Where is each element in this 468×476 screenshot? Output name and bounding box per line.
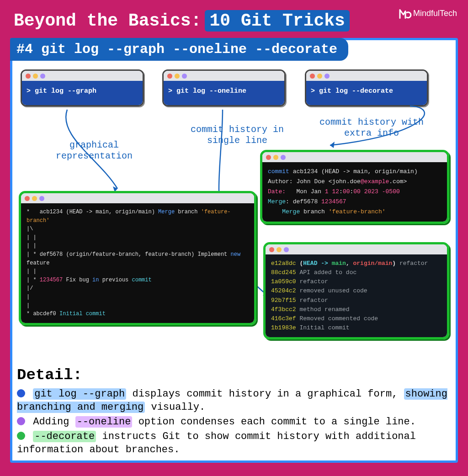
oneline-row: 88cd245 API added to doc: [271, 268, 441, 277]
cmd-window-decorate: > git log --decorate: [305, 69, 428, 106]
bullet-green-icon: [17, 432, 25, 440]
annotation-graph: graphical representation: [56, 140, 133, 162]
cmd-text-oneline: > git log --oneline: [164, 81, 284, 105]
detail-line-1: git log --graph displays commit history …: [17, 387, 451, 414]
cmd-window-graph: > git log --graph: [21, 69, 144, 106]
content-card: #4 git log --graph --oneline --decorate …: [10, 38, 458, 463]
terminal-decorate-output: commit acb1234 (HEAD -> main, origin/mai…: [260, 150, 449, 224]
cmd-text-graph: > git log --graph: [22, 81, 143, 105]
title-plain: Beyond the Basics:: [14, 11, 201, 31]
oneline-row: 416c3ef Removed commented code: [271, 314, 441, 323]
title-highlight: 10 Git Tricks: [205, 10, 349, 32]
bullet-purple-icon: [17, 417, 25, 425]
detail-line-3: --decorate instructs Git to show commit …: [17, 430, 451, 457]
cmd-text-decorate: > git log --decorate: [306, 81, 427, 105]
oneline-row: 1a059c0 refactor: [271, 277, 441, 286]
bullet-blue-icon: [17, 389, 25, 397]
oneline-row: 92b7f15 refactor: [271, 296, 441, 305]
terminal-oneline-output: e12a8dc (HEAD -> main, origin/main) refa…: [263, 242, 449, 339]
annotation-oneline: commit history in single line: [191, 124, 284, 146]
brand-logo: MindfulTech: [399, 6, 457, 20]
oneline-row: 4f3bcc2 method renamed: [271, 305, 441, 314]
logo-icon: [399, 6, 412, 20]
detail-line-2: Adding --oneline option condenses each c…: [17, 415, 451, 429]
oneline-row: 45204c2 removed unused code: [271, 286, 441, 296]
detail-heading: Detail:: [17, 366, 451, 384]
cmd-window-oneline: > git log --oneline: [162, 69, 286, 106]
annotation-decorate: commit history with extra info: [319, 117, 424, 139]
detail-section: Detail: git log --graph displays commit …: [17, 366, 451, 458]
logo-text: MindfulTech: [413, 9, 457, 18]
page-title: Beyond the Basics: 10 Git Tricks: [0, 0, 468, 32]
terminal-graph-output: * acb1234 (HEAD -> main, origin/main) Me…: [19, 191, 256, 325]
oneline-row: 1b1983e Initial commit: [271, 323, 441, 333]
oneline-row: e12a8dc (HEAD -> main, origin/main) refa…: [271, 259, 441, 268]
